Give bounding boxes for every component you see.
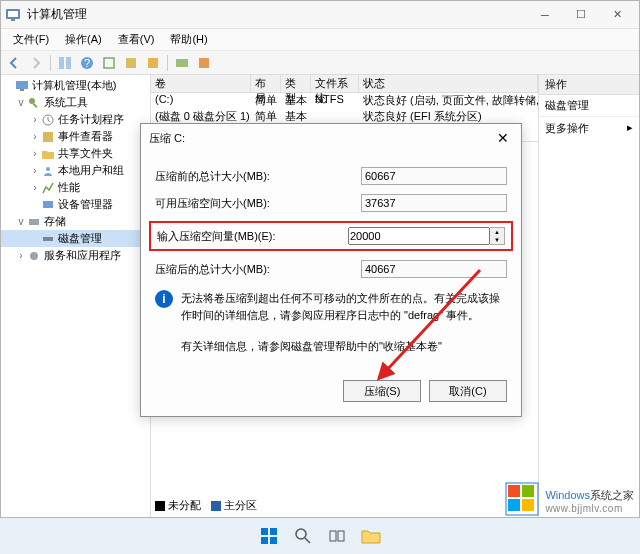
clock-icon xyxy=(41,113,55,127)
svg-rect-10 xyxy=(176,59,188,67)
tree-device-manager[interactable]: 设备管理器 xyxy=(1,196,150,213)
windows-logo-icon xyxy=(505,482,539,516)
tree-services-apps[interactable]: › 服务和应用程序 xyxy=(1,247,150,264)
dialog-close-button[interactable]: ✕ xyxy=(493,130,513,146)
help-icon[interactable]: ? xyxy=(77,53,97,73)
tree-shared-folders[interactable]: › 共享文件夹 xyxy=(1,145,150,162)
before-size-value xyxy=(361,167,507,185)
start-button[interactable] xyxy=(255,522,283,550)
toolbar-icon[interactable] xyxy=(121,53,141,73)
close-button[interactable]: ✕ xyxy=(599,2,635,28)
shrink-amount-input[interactable] xyxy=(348,227,490,245)
svg-rect-20 xyxy=(29,219,39,225)
info-block: i 无法将卷压缩到超出任何不可移动的文件所在的点。有关完成该操作时间的详细信息，… xyxy=(155,290,507,323)
svg-rect-7 xyxy=(104,58,114,68)
actions-header: 操作 xyxy=(539,75,639,95)
menu-view[interactable]: 查看(V) xyxy=(110,30,163,49)
menu-help[interactable]: 帮助(H) xyxy=(162,30,215,49)
refresh-icon[interactable] xyxy=(99,53,119,73)
col-fs[interactable]: 文件系统 xyxy=(311,75,359,92)
actions-panel: 操作 磁盘管理 更多操作▸ xyxy=(539,75,639,517)
tree-local-users[interactable]: › 本地用户和组 xyxy=(1,162,150,179)
svg-rect-2 xyxy=(11,19,15,21)
svg-text:?: ? xyxy=(84,57,90,69)
taskbar[interactable] xyxy=(0,518,640,554)
svg-rect-31 xyxy=(261,537,268,544)
computer-icon xyxy=(15,79,29,93)
shrink-amount-label: 输入压缩空间量(MB)(E): xyxy=(157,229,348,244)
svg-rect-17 xyxy=(43,132,53,142)
before-size-label: 压缩前的总计大小(MB): xyxy=(155,169,361,184)
svg-rect-13 xyxy=(20,89,24,91)
forward-button[interactable] xyxy=(26,53,46,73)
tree-system-tools[interactable]: v 系统工具 xyxy=(1,94,150,111)
back-button[interactable] xyxy=(4,53,24,73)
device-icon xyxy=(41,198,55,212)
tools-icon xyxy=(27,96,41,110)
svg-rect-24 xyxy=(508,485,520,497)
minimize-button[interactable]: ─ xyxy=(527,2,563,28)
search-button[interactable] xyxy=(289,522,317,550)
performance-icon xyxy=(41,181,55,195)
dialog-titlebar: 压缩 C: ✕ xyxy=(141,124,521,152)
spin-up-icon[interactable]: ▲ xyxy=(490,228,504,236)
tree-root[interactable]: 计算机管理(本地) xyxy=(1,77,150,94)
avail-size-label: 可用压缩空间大小(MB): xyxy=(155,196,361,211)
svg-rect-21 xyxy=(43,237,53,241)
menu-action[interactable]: 操作(A) xyxy=(57,30,110,49)
table-row[interactable]: (C:) 简单 基本 NTFS 状态良好 (启动, 页面文件, 故障转储, 基本… xyxy=(151,93,538,109)
tree-performance[interactable]: › 性能 xyxy=(1,179,150,196)
toolbar-icon[interactable] xyxy=(172,53,192,73)
svg-rect-32 xyxy=(270,537,277,544)
after-size-label: 压缩后的总计大小(MB): xyxy=(155,262,361,277)
taskview-button[interactable] xyxy=(323,522,351,550)
col-type[interactable]: 类型 xyxy=(281,75,311,92)
maximize-button[interactable]: ☐ xyxy=(563,2,599,28)
svg-rect-35 xyxy=(330,531,336,541)
toolbar-icon[interactable] xyxy=(194,53,214,73)
input-row-highlighted: 输入压缩空间量(MB)(E): ▲▼ xyxy=(149,221,513,251)
cancel-button[interactable]: 取消(C) xyxy=(429,380,507,402)
folder-icon xyxy=(41,147,55,161)
svg-point-18 xyxy=(46,167,50,171)
avail-size-value xyxy=(361,194,507,212)
svg-rect-4 xyxy=(66,57,71,69)
help-link-note: 有关详细信息，请参阅磁盘管理帮助中的"收缩基本卷" xyxy=(181,339,507,354)
toolbar: ? xyxy=(1,51,639,75)
legend-swatch-unalloc xyxy=(155,501,165,511)
tree-task-scheduler[interactable]: › 任务计划程序 xyxy=(1,111,150,128)
col-volume[interactable]: 卷 xyxy=(151,75,251,92)
svg-rect-15 xyxy=(33,103,38,108)
storage-icon xyxy=(27,215,41,229)
users-icon xyxy=(41,164,55,178)
spinner[interactable]: ▲▼ xyxy=(490,227,505,245)
toolbar-icon[interactable] xyxy=(143,53,163,73)
after-size-value xyxy=(361,260,507,278)
nav-tree[interactable]: 计算机管理(本地) v 系统工具 › 任务计划程序 › 事件查看器 › 共享文件… xyxy=(1,75,151,517)
tree-disk-management[interactable]: 磁盘管理 xyxy=(1,230,150,247)
svg-rect-25 xyxy=(522,485,534,497)
svg-rect-26 xyxy=(508,499,520,511)
svg-rect-9 xyxy=(148,58,158,68)
svg-point-22 xyxy=(30,252,38,260)
toolbar-icon[interactable] xyxy=(55,53,75,73)
windows-start-icon xyxy=(259,526,279,546)
svg-line-34 xyxy=(305,538,310,543)
shrink-dialog: 压缩 C: ✕ 压缩前的总计大小(MB): 可用压缩空间大小(MB): 输入压缩… xyxy=(140,123,522,417)
shrink-button[interactable]: 压缩(S) xyxy=(343,380,421,402)
search-icon xyxy=(294,527,312,545)
explorer-button[interactable] xyxy=(357,522,385,550)
menu-file[interactable]: 文件(F) xyxy=(5,30,57,49)
spin-down-icon[interactable]: ▼ xyxy=(490,236,504,244)
tree-event-viewer[interactable]: › 事件查看器 xyxy=(1,128,150,145)
services-icon xyxy=(27,249,41,263)
app-icon xyxy=(5,7,21,23)
svg-rect-36 xyxy=(338,531,344,541)
more-actions[interactable]: 更多操作▸ xyxy=(539,117,639,140)
grid-header: 卷 布局 类型 文件系统 状态 xyxy=(151,75,538,93)
col-status[interactable]: 状态 xyxy=(359,75,538,92)
titlebar: 计算机管理 ─ ☐ ✕ xyxy=(1,1,639,29)
event-icon xyxy=(41,130,55,144)
col-layout[interactable]: 布局 xyxy=(251,75,281,92)
tree-storage[interactable]: v 存储 xyxy=(1,213,150,230)
